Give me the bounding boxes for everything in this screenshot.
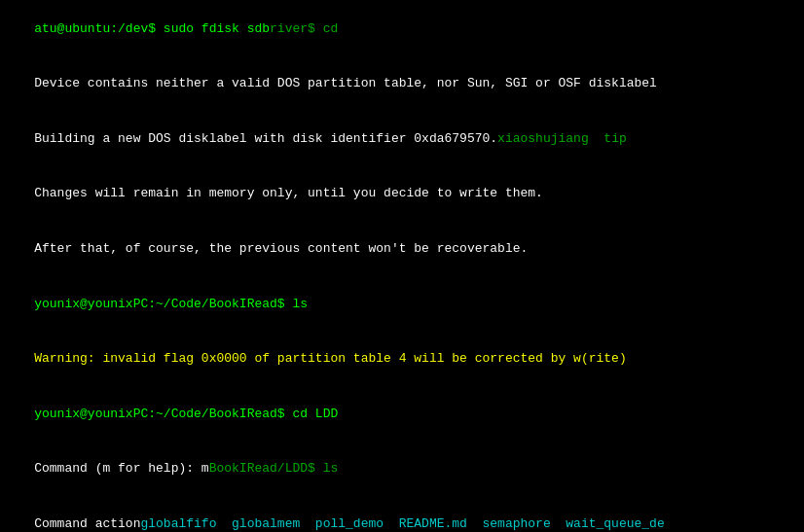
terminal-line-3: Building a new DOS disklabel with disk i…	[4, 112, 800, 167]
terminal-line-5: After that, of course, the previous cont…	[4, 222, 800, 277]
terminal-line-10: Command actionglobalfifo globalmem poll_…	[4, 497, 800, 532]
terminal-line-1: atu@ubuntu:/dev$ sudo fdisk sdbriver$ cd	[4, 2, 800, 57]
warning-text: Warning: invalid flag 0x0000 of partitio…	[34, 351, 627, 366]
terminal-line-4: Changes will remain in memory only, unti…	[4, 167, 800, 223]
prompt: atu@ubuntu:/dev$ sudo fdisk sdb	[34, 21, 270, 36]
terminal-line-warning: Warning: invalid flag 0x0000 of partitio…	[4, 332, 800, 387]
terminal-line-6: younix@younixPC:~/Code/BookIRead$ ls	[4, 277, 800, 333]
terminal-window: atu@ubuntu:/dev$ sudo fdisk sdbriver$ cd…	[0, 0, 804, 532]
terminal-line-9: Command (m for help): mBookIRead/LDD$ ls	[4, 442, 800, 497]
terminal-line-2: Device contains neither a valid DOS part…	[4, 57, 800, 113]
terminal-line-8: younix@younixPC:~/Code/BookIRead$ cd LDD	[4, 387, 800, 443]
